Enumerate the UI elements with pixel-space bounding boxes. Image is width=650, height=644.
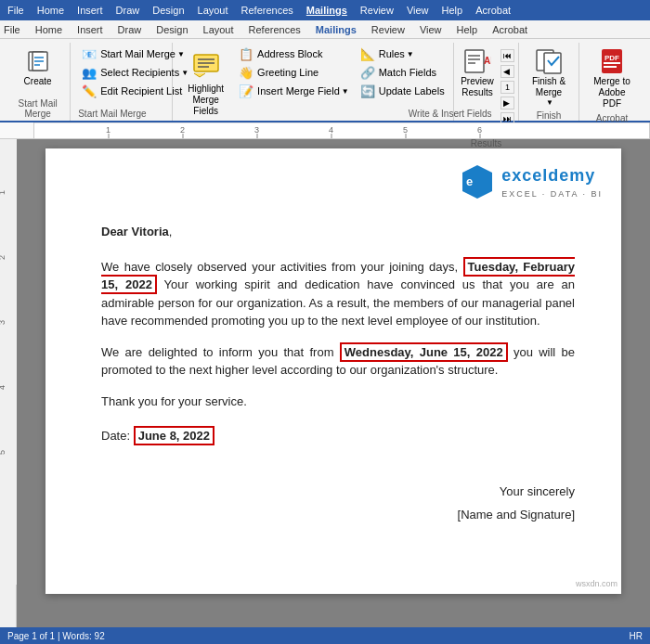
menu-design[interactable]: Design bbox=[152, 5, 184, 16]
menu-view[interactable]: View bbox=[407, 5, 429, 16]
insert-merge-field-button[interactable]: 📝 Insert Merge Field ▼ bbox=[235, 82, 353, 100]
ruler: 1 2 3 4 5 6 bbox=[0, 122, 650, 139]
edit-recipient-icon: ✏️ bbox=[82, 84, 97, 98]
svg-rect-33 bbox=[0, 139, 17, 585]
nav-first-button[interactable]: ⏮ bbox=[500, 49, 514, 62]
menu-home[interactable]: Home bbox=[37, 5, 64, 16]
svg-text:3: 3 bbox=[254, 125, 259, 135]
tab-draw[interactable]: Draw bbox=[118, 24, 142, 35]
recipient-name: Vitoria bbox=[132, 225, 169, 238]
svg-text:4: 4 bbox=[0, 385, 6, 390]
logo-icon-container: e bbox=[459, 163, 496, 200]
page-number-display[interactable]: 1 bbox=[500, 81, 514, 94]
create-group-label: Start Mail Merge bbox=[13, 97, 62, 119]
logo-text: exceldemy EXCEL · DATA · BI bbox=[501, 163, 603, 201]
merge-to-adobe-label: Merge toAdobe PDF bbox=[589, 76, 635, 109]
para1-end: Your working spirit and dedication have … bbox=[101, 277, 575, 328]
greeting-line-label: Greeting Line bbox=[257, 67, 318, 78]
svg-text:5: 5 bbox=[0, 450, 6, 455]
tab-insert[interactable]: Insert bbox=[77, 24, 103, 35]
logo-icon-svg: e bbox=[459, 163, 496, 200]
paragraph-1: We have closely observed your activities… bbox=[101, 258, 575, 330]
svg-text:1: 1 bbox=[0, 190, 6, 195]
tab-review[interactable]: Review bbox=[371, 24, 405, 35]
menu-mailings[interactable]: Mailings bbox=[306, 5, 347, 16]
salutation-text: Dear bbox=[101, 225, 132, 238]
update-labels-label: Update Labels bbox=[379, 85, 445, 97]
ribbon-group-preview: ABC PreviewResults ⏮ ◀ 1 ▶ ⏭ Preview Res… bbox=[454, 43, 519, 121]
edit-recipient-label: Edit Recipient List bbox=[100, 85, 182, 97]
tab-layout[interactable]: Layout bbox=[203, 24, 234, 35]
tab-bar: File Home Insert Draw Design Layout Refe… bbox=[0, 20, 650, 39]
watermark: wsxdn.com bbox=[576, 578, 618, 591]
ribbon-group-finish: Finish &Merge ▼ Finish bbox=[519, 43, 579, 121]
tab-view[interactable]: View bbox=[420, 24, 442, 35]
match-fields-label: Match Fields bbox=[379, 67, 436, 78]
match-fields-icon: 🔗 bbox=[360, 65, 375, 80]
tab-design[interactable]: Design bbox=[156, 24, 188, 35]
menu-draw[interactable]: Draw bbox=[116, 5, 140, 16]
svg-text:3: 3 bbox=[0, 320, 6, 325]
svg-text:2: 2 bbox=[0, 255, 6, 260]
nav-next-button[interactable]: ▶ bbox=[500, 97, 514, 109]
ribbon-group-create: Create Start Mail Merge bbox=[6, 43, 71, 121]
create-button[interactable]: Create bbox=[18, 45, 58, 88]
left-ruler: 1 2 3 4 5 bbox=[0, 139, 17, 627]
sign-2: [Name and Signature] bbox=[101, 506, 575, 524]
svg-text:ABC: ABC bbox=[484, 56, 491, 66]
ribbon-group-write-insert: HighlightMerge Fields 📋 Address Block 👋 … bbox=[173, 43, 454, 121]
signature-area: Your sincerely [Name and Signature] bbox=[101, 483, 575, 524]
status-right: HR bbox=[630, 631, 643, 641]
create-label: Create bbox=[24, 76, 52, 86]
match-fields-button[interactable]: 🔗 Match Fields bbox=[357, 63, 405, 82]
finish-group-label: Finish bbox=[537, 109, 562, 121]
rules-arrow: ▼ bbox=[407, 50, 414, 58]
menu-layout[interactable]: Layout bbox=[198, 5, 228, 16]
svg-rect-18 bbox=[604, 62, 620, 64]
svg-rect-19 bbox=[604, 66, 617, 68]
svg-text:4: 4 bbox=[329, 125, 333, 135]
date-3: June 8, 2022 bbox=[134, 426, 214, 445]
page: e exceldemy EXCEL · DATA · BI Dear Vitor… bbox=[46, 148, 621, 594]
ribbon-group-acrobat: PDF Merge toAdobe PDF Acrobat bbox=[579, 43, 644, 121]
highlight-merge-fields-label: HighlightMerge Fields bbox=[188, 84, 224, 117]
rules-button[interactable]: 📐 Rules ▼ bbox=[357, 45, 405, 63]
start-mail-merge-icon: 📧 bbox=[82, 46, 97, 61]
address-block-button[interactable]: 📋 Address Block bbox=[235, 45, 353, 63]
create-icon bbox=[23, 46, 53, 76]
highlight-merge-fields-button[interactable]: HighlightMerge Fields bbox=[182, 45, 229, 119]
date-label: Date: bbox=[101, 429, 134, 443]
finish-merge-button[interactable]: Finish &Merge ▼ bbox=[528, 45, 569, 109]
preview-results-button[interactable]: ABC PreviewResults bbox=[457, 45, 498, 100]
tab-mailings[interactable]: Mailings bbox=[316, 24, 357, 35]
merge-to-adobe-pdf-button[interactable]: PDF Merge toAdobe PDF bbox=[585, 45, 639, 111]
logo-tagline: EXCEL · DATA · BI bbox=[501, 188, 603, 201]
finish-merge-arrow: ▼ bbox=[546, 98, 553, 107]
document-scroll[interactable]: e exceldemy EXCEL · DATA · BI Dear Vitor… bbox=[17, 139, 650, 627]
tab-acrobat[interactable]: Acrobat bbox=[492, 24, 527, 35]
menu-review[interactable]: Review bbox=[360, 5, 394, 16]
menu-file[interactable]: File bbox=[7, 5, 24, 16]
update-labels-button[interactable]: 🔄 Update Labels bbox=[357, 82, 405, 100]
select-recipients-icon: 👥 bbox=[82, 65, 97, 80]
greeting-line-icon: 👋 bbox=[239, 65, 254, 80]
greeting-line-button[interactable]: 👋 Greeting Line bbox=[235, 63, 353, 82]
start-mail-merge-group-label: Start Mail Merge bbox=[78, 107, 146, 119]
para1-start: We have closely observed your activities… bbox=[101, 260, 463, 274]
para2-start: We are delighted to inform you that from bbox=[101, 345, 340, 359]
insert-merge-field-icon: 📝 bbox=[239, 84, 254, 98]
menu-acrobat[interactable]: Acrobat bbox=[475, 5, 511, 16]
menu-bar: File Home Insert Draw Design Layout Refe… bbox=[0, 0, 650, 20]
nav-prev-button[interactable]: ◀ bbox=[500, 65, 514, 78]
tab-references[interactable]: References bbox=[249, 24, 301, 35]
thank-you-line: Thank you for your service. bbox=[101, 393, 575, 411]
menu-insert[interactable]: Insert bbox=[77, 5, 103, 16]
menu-references[interactable]: References bbox=[241, 5, 293, 16]
doc-content: Dear Vitoria, We have closely observed y… bbox=[101, 223, 575, 524]
tab-file[interactable]: File bbox=[4, 24, 20, 35]
menu-help[interactable]: Help bbox=[442, 5, 463, 16]
finish-merge-label: Finish &Merge bbox=[532, 76, 566, 98]
tab-home[interactable]: Home bbox=[35, 24, 62, 35]
tab-help[interactable]: Help bbox=[457, 24, 478, 35]
logo-name: exceldemy bbox=[501, 163, 603, 188]
